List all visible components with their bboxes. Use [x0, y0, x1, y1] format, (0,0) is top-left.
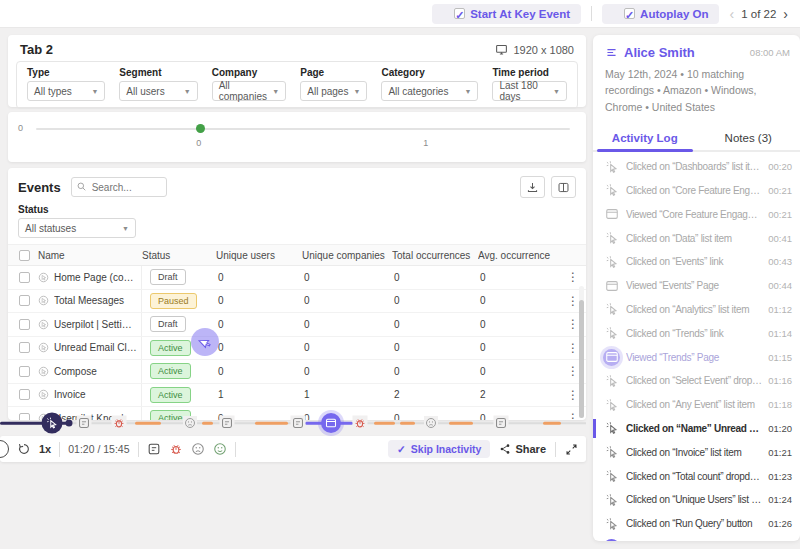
check-icon: ✓: [624, 8, 635, 19]
chevron-left-icon[interactable]: ‹: [729, 7, 734, 21]
user-name[interactable]: Alice Smith: [624, 45, 695, 60]
row-checkbox[interactable]: [19, 366, 30, 377]
click-icon: [605, 540, 619, 541]
column-header-total-occurrences[interactable]: Total occurrences: [392, 250, 478, 261]
timeline-bug-marker[interactable]: [111, 416, 126, 431]
status-filter-label: Status: [18, 204, 576, 215]
click-icon: [605, 374, 619, 388]
frown-icon: [191, 442, 205, 456]
activity-log-item[interactable]: Clicked on “Trends” link 01:14: [593, 321, 800, 345]
autoplay-toggle-button[interactable]: ✓ Autoplay On: [602, 4, 719, 24]
chevron-right-icon[interactable]: ›: [783, 7, 788, 21]
activity-icon-wrap: [603, 396, 620, 413]
column-header-unique-companies[interactable]: Unique companies: [302, 250, 392, 261]
activity-icon-wrap: [603, 277, 620, 294]
activity-log-item[interactable]: Clicked on “Select Event” dropdown 01:16: [593, 369, 800, 393]
filter-dropdown[interactable]: All pages ▼: [300, 81, 367, 101]
timeline-playhead-marker[interactable]: [42, 413, 63, 434]
row-checkbox[interactable]: [19, 319, 30, 330]
smile-marker-button[interactable]: [213, 442, 227, 456]
timeline-frown-marker[interactable]: [183, 416, 197, 430]
activity-log-item[interactable]: Viewed “Trends” Page 01:15: [593, 345, 800, 369]
columns-button[interactable]: [551, 176, 576, 198]
timeline-view-marker[interactable]: [321, 413, 341, 433]
activity-log-item[interactable]: Viewed “Core Feature Engagment” 00:21: [593, 202, 800, 226]
status-dropdown[interactable]: All statuses ▼: [18, 218, 136, 238]
download-button[interactable]: [520, 176, 545, 198]
activity-log-item[interactable]: Clicked on “Any Event” list item 01:18: [593, 393, 800, 417]
table-row[interactable]: Unread Email Click Active 0 0 0 0 ⋮: [8, 337, 586, 361]
activity-action: Clicked on “Invoice” list item: [626, 447, 762, 458]
top-toolbar: ✓ Start At Key Event ✓ Autoplay On ‹ 1 o…: [0, 0, 800, 28]
note-icon: [78, 417, 91, 430]
timeline-note-marker[interactable]: [494, 416, 509, 431]
timeline-bug-marker[interactable]: [353, 416, 368, 431]
timeline-dot-marker[interactable]: [66, 420, 73, 427]
column-header-avg-occurrence[interactable]: Avg. occurrence: [478, 250, 560, 261]
activity-action: Clicked on “Total count” dropdown: [626, 471, 762, 482]
tab-activity-log[interactable]: Activity Log: [593, 125, 697, 150]
activity-log-item[interactable]: Clicked on “Core Feature Engagem... 00:2…: [593, 179, 800, 203]
select-all-checkbox[interactable]: [19, 250, 30, 261]
filter-dropdown[interactable]: Last 180 days ▼: [492, 81, 567, 101]
share-button[interactable]: Share: [499, 443, 546, 455]
share-icon: [499, 443, 511, 455]
filter-dropdown[interactable]: All types ▼: [27, 81, 105, 101]
column-header-unique-users[interactable]: Unique users: [216, 250, 302, 261]
range-slider[interactable]: 0 0 1: [36, 126, 570, 146]
filter-dropdown[interactable]: All companies ▼: [212, 81, 287, 101]
timeline-note-marker[interactable]: [220, 416, 235, 431]
error-marker-button[interactable]: [169, 442, 183, 456]
activity-timestamp: 01:14: [768, 328, 792, 339]
activity-log-item[interactable]: Clicked on “Invoice” list item 01:21: [593, 440, 800, 464]
skip-inactivity-toggle[interactable]: ✓ Skip Inactivity: [388, 440, 490, 458]
column-header-name[interactable]: Name: [38, 250, 142, 261]
scrollbar-thumb[interactable]: [579, 300, 584, 418]
activity-log-item[interactable]: Clicked on “Dashboards” list item 00:20: [593, 155, 800, 179]
filter-dropdown[interactable]: All users ▼: [119, 81, 197, 101]
timeline-note-marker[interactable]: [77, 416, 92, 431]
filter-label: Type: [27, 67, 105, 78]
filter-dropdown[interactable]: All categories ▼: [381, 81, 478, 101]
row-checkbox[interactable]: [19, 295, 30, 306]
activity-log-item[interactable]: Clicked on “Total count” dropdown 01:23: [593, 464, 800, 488]
add-note-button[interactable]: [147, 442, 161, 456]
playback-speed-button[interactable]: 1x: [39, 443, 51, 455]
activity-log-item[interactable]: Clicked on “Run Query” button 01:26: [593, 512, 800, 536]
sidebar-tabs: Activity Log Notes (3): [593, 125, 800, 152]
timeline-note-marker[interactable]: [290, 416, 305, 431]
frustration-marker-button[interactable]: [191, 442, 205, 456]
activity-log-item[interactable]: Clicked on “Save” button 01:55: [593, 536, 800, 541]
playback-timeline[interactable]: [0, 413, 586, 433]
row-menu-button[interactable]: ⋮: [560, 270, 586, 284]
table-row[interactable]: Home Page (copy) Draft 0 0 0 0 ⋮: [8, 266, 586, 290]
tab-notes[interactable]: Notes (3): [697, 125, 800, 150]
activity-log-item[interactable]: Clicked on “Events” link 00:43: [593, 250, 800, 274]
row-checkbox[interactable]: [19, 342, 30, 353]
fullscreen-button[interactable]: [565, 443, 578, 456]
activity-log-item[interactable]: Viewed “Events” Page 00:44: [593, 274, 800, 298]
column-header-status[interactable]: Status: [142, 250, 216, 261]
row-checkbox[interactable]: [19, 272, 30, 283]
table-row[interactable]: Invoice Active 1 1 2 2 ⋮: [8, 384, 586, 408]
activity-timestamp: 00:21: [768, 209, 792, 220]
unique-users-value: 0: [216, 366, 302, 377]
table-row[interactable]: Compose Active 0 0 0 0 ⋮: [8, 360, 586, 384]
timeline-frown-marker[interactable]: [424, 416, 438, 430]
table-row[interactable]: Total Meesages Paused 0 0 0 0 ⋮: [8, 290, 586, 314]
activity-icon-wrap: [603, 444, 620, 461]
table-row[interactable]: Userpilot | Settings Draft 0 0 0 0 ⋮: [8, 313, 586, 337]
pause-button[interactable]: [0, 440, 9, 458]
activity-log-item[interactable]: Clicked on “Analytics” list item 01:12: [593, 298, 800, 322]
replay-skip-button[interactable]: [17, 442, 31, 456]
activity-log-item[interactable]: Clicked on “Data” list item 00:41: [593, 226, 800, 250]
slider-track[interactable]: [36, 128, 570, 130]
event-type-icon: [38, 295, 49, 306]
row-checkbox[interactable]: [19, 389, 30, 400]
avg-occurrence-value: 0: [478, 319, 560, 330]
start-at-key-event-button[interactable]: ✓ Start At Key Event: [432, 4, 581, 24]
activity-log-item[interactable]: Clicked on “Name” Unread Email C... 01:2…: [593, 417, 800, 441]
slider-handle[interactable]: [196, 124, 205, 133]
scrollbar[interactable]: [579, 286, 584, 418]
activity-log-item[interactable]: Clicked on “Unique Users” list item 01:2…: [593, 488, 800, 512]
